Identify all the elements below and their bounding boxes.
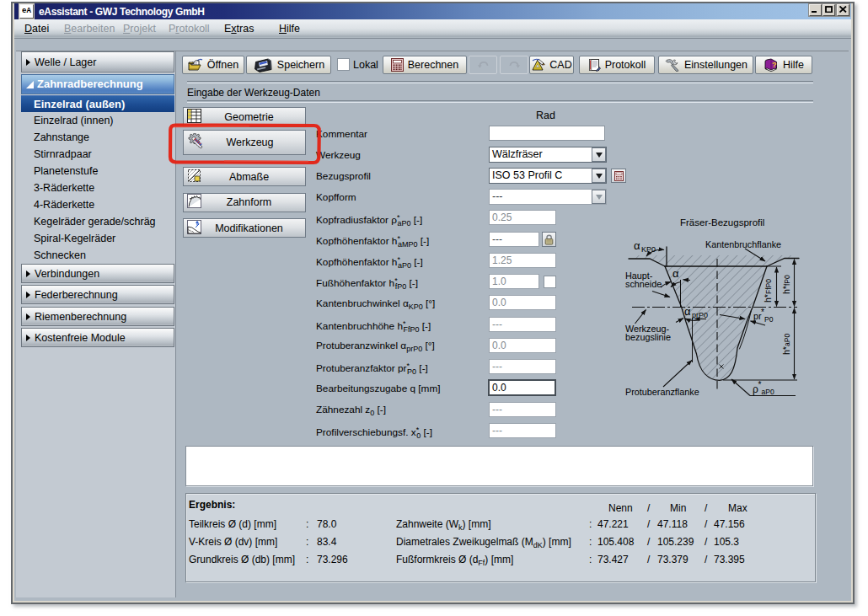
- svg-text:KP0: KP0: [641, 245, 656, 254]
- svg-text:h*: h*: [763, 294, 773, 303]
- svg-text:α: α: [634, 239, 640, 252]
- svg-text:prP0: prP0: [692, 311, 708, 319]
- svg-text:Fräser-Bezugsprofil: Fräser-Bezugsprofil: [680, 217, 764, 228]
- svg-text:FfP0: FfP0: [764, 279, 773, 294]
- svg-text:aP0: aP0: [762, 388, 774, 396]
- svg-text:α: α: [672, 267, 679, 280]
- svg-text:fP0: fP0: [783, 275, 791, 286]
- svg-text:Protuberanzflanke: Protuberanzflanke: [625, 387, 699, 397]
- svg-text:?: ?: [772, 61, 777, 69]
- svg-text:Kantenbruchflanke: Kantenbruchflanke: [705, 239, 781, 249]
- svg-text:schneide: schneide: [625, 279, 662, 289]
- svg-text:bezugslinie: bezugslinie: [625, 332, 671, 342]
- svg-text:P0: P0: [764, 315, 774, 324]
- svg-text:α: α: [684, 305, 691, 318]
- svg-text:h*: h*: [781, 286, 791, 294]
- svg-text:h*: h*: [781, 346, 791, 355]
- svg-text:aP0: aP0: [783, 334, 791, 346]
